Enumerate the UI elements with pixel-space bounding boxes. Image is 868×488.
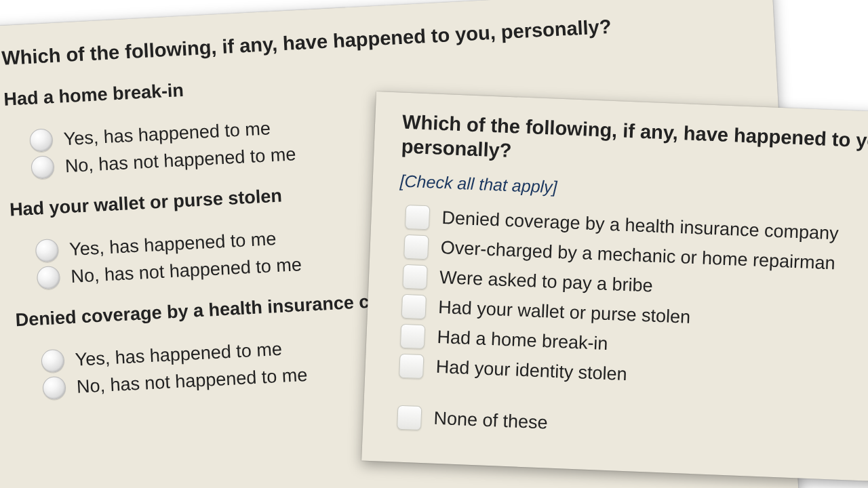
checkbox-icon [400,323,425,348]
checkbox-label: Had your wallet or purse stolen [438,297,691,328]
radio-icon [29,128,54,152]
checkbox-label: None of these [433,408,548,434]
survey-card-checkbox: Which of the following, if any, have hap… [361,92,868,487]
checkbox-icon [397,405,422,430]
checkbox-label: Had your identity stolen [435,357,627,385]
checkbox-label: Were asked to pay a bribe [439,267,653,297]
question-title: Which of the following, if any, have hap… [401,110,868,184]
checkbox-label: Had a home break-in [437,327,608,354]
checkbox-option-none[interactable]: None of these [397,405,868,453]
radio-icon [35,239,60,263]
radio-icon [37,266,61,290]
checkbox-icon [402,264,427,289]
checkbox-icon [403,234,429,259]
radio-icon [31,155,55,180]
checkbox-list: Denied coverage by a health insurance co… [397,204,868,453]
checkbox-icon [405,204,430,229]
checkbox-icon [399,353,424,378]
radio-icon [42,376,66,401]
checkbox-icon [401,293,427,319]
radio-icon [41,349,65,373]
